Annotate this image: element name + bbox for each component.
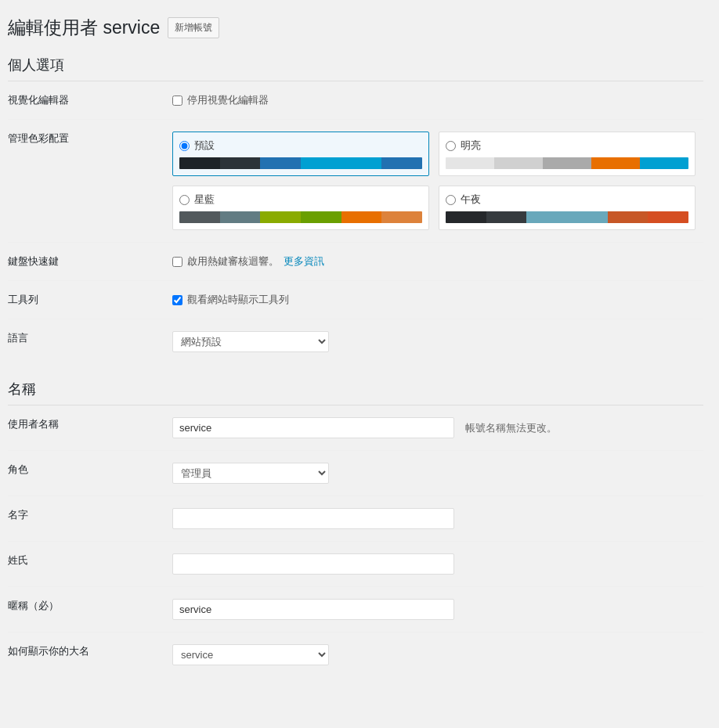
keyboard-shortcuts-link[interactable]: 更多資訊 — [284, 254, 324, 268]
language-field: 網站預設 — [164, 319, 703, 365]
page-title-bar: 編輯使用者 service 新增帳號 — [8, 16, 703, 40]
swatch — [591, 157, 640, 169]
scheme-default-radio[interactable] — [179, 141, 190, 151]
nickname-field — [164, 587, 703, 632]
scheme-light-radio[interactable] — [446, 141, 456, 151]
role-select[interactable]: 管理員 — [172, 463, 329, 484]
scheme-midnight-radio[interactable] — [446, 195, 456, 205]
visual-editor-checkbox-label[interactable]: 停用視覺化編輯器 — [172, 93, 696, 107]
username-label: 使用者名稱 — [8, 405, 164, 451]
scheme-ocean-label: 星藍 — [179, 193, 422, 207]
toolbar-field: 觀看網站時顯示工具列 — [164, 281, 703, 319]
add-account-button[interactable]: 新增帳號 — [168, 17, 219, 38]
swatch — [381, 211, 422, 223]
swatch — [260, 157, 301, 169]
scheme-light-name: 明亮 — [461, 139, 481, 153]
keyboard-shortcuts-checkbox[interactable] — [172, 257, 182, 267]
toolbar-checkbox-text: 觀看網站時顯示工具列 — [187, 293, 289, 307]
swatch — [486, 211, 527, 223]
nickname-row: 暱稱（必） — [8, 587, 703, 632]
toolbar-checkbox-label[interactable]: 觀看網站時顯示工具列 — [172, 293, 696, 307]
keyboard-shortcuts-row: 鍵盤快速鍵 啟用熱鍵審核迴響。 更多資訊 — [8, 243, 703, 281]
scheme-default-colors — [179, 157, 422, 169]
language-select[interactable]: 網站預設 — [172, 331, 329, 352]
name-table: 使用者名稱 帳號名稱無法更改。 角色 管理員 名字 姓氏 — [8, 405, 703, 677]
role-row: 角色 管理員 — [8, 451, 703, 496]
scheme-midnight-colors — [446, 211, 688, 223]
username-field: 帳號名稱無法更改。 — [164, 405, 703, 451]
scheme-default-label: 預設 — [179, 139, 422, 153]
toolbar-label: 工具列 — [8, 281, 164, 319]
scheme-ocean-name: 星藍 — [194, 193, 215, 207]
swatch — [648, 211, 688, 223]
last-name-label: 姓氏 — [8, 542, 164, 587]
scheme-midnight-name: 午夜 — [461, 193, 481, 207]
visual-editor-label: 視覺化編輯器 — [8, 81, 164, 120]
first-name-row: 名字 — [8, 496, 703, 542]
last-name-row: 姓氏 — [8, 542, 703, 587]
swatch — [543, 157, 591, 169]
page-title: 編輯使用者 service — [8, 16, 160, 40]
nickname-input[interactable] — [172, 599, 454, 620]
color-schemes-container: 預設 — [172, 132, 696, 230]
toolbar-row: 工具列 觀看網站時顯示工具列 — [8, 281, 703, 319]
username-input — [172, 417, 454, 438]
color-scheme-default[interactable]: 預設 — [172, 132, 429, 176]
swatch — [494, 157, 543, 169]
display-name-label: 如何顯示你的大名 — [8, 632, 164, 678]
name-section-heading: 名稱 — [8, 380, 703, 405]
swatch — [301, 211, 341, 223]
swatch — [301, 157, 341, 169]
color-scheme-row: 管理色彩配置 預設 — [8, 120, 703, 243]
keyboard-shortcuts-text: 啟用熱鍵審核迴響。 — [187, 254, 279, 268]
color-scheme-ocean[interactable]: 星藍 — [172, 186, 429, 230]
keyboard-shortcuts-field: 啟用熱鍵審核迴響。 更多資訊 — [164, 243, 703, 281]
language-row: 語言 網站預設 — [8, 319, 703, 365]
language-label: 語言 — [8, 319, 164, 365]
swatch — [381, 157, 422, 169]
personal-options-heading: 個人選項 — [8, 56, 703, 81]
swatch — [567, 211, 608, 223]
last-name-field — [164, 542, 703, 587]
swatch — [220, 211, 261, 223]
scheme-ocean-radio[interactable] — [179, 195, 190, 205]
swatch — [446, 157, 494, 169]
visual-editor-checkbox-text: 停用視覺化編輯器 — [187, 93, 269, 107]
swatch — [220, 157, 261, 169]
scheme-light-colors — [446, 157, 688, 169]
visual-editor-checkbox[interactable] — [172, 96, 182, 106]
swatch — [179, 211, 220, 223]
scheme-ocean-colors — [179, 211, 422, 223]
swatch — [608, 211, 649, 223]
role-field: 管理員 — [164, 451, 703, 496]
keyboard-shortcuts-label: 鍵盤快速鍵 — [8, 243, 164, 281]
display-name-select[interactable]: service — [172, 644, 329, 665]
keyboard-shortcuts-checkbox-label[interactable]: 啟用熱鍵審核迴響。 更多資訊 — [172, 254, 696, 268]
toolbar-checkbox[interactable] — [172, 295, 182, 305]
swatch — [526, 211, 567, 223]
first-name-input[interactable] — [172, 508, 454, 529]
display-name-field: service — [164, 632, 703, 678]
nickname-label: 暱稱（必） — [8, 587, 164, 632]
swatch — [260, 211, 301, 223]
scheme-default-name: 預設 — [194, 139, 215, 153]
username-row: 使用者名稱 帳號名稱無法更改。 — [8, 405, 703, 451]
swatch — [179, 157, 220, 169]
color-scheme-midnight[interactable]: 午夜 — [439, 186, 696, 230]
first-name-field — [164, 496, 703, 542]
scheme-midnight-label: 午夜 — [446, 193, 688, 207]
visual-editor-row: 視覺化編輯器 停用視覺化編輯器 — [8, 81, 703, 120]
personal-options-table: 視覺化編輯器 停用視覺化編輯器 管理色彩配置 預設 — [8, 81, 703, 364]
color-scheme-field: 預設 — [164, 120, 703, 243]
last-name-input[interactable] — [172, 553, 454, 575]
color-scheme-light[interactable]: 明亮 — [439, 132, 696, 176]
display-name-row: 如何顯示你的大名 service — [8, 632, 703, 678]
username-note: 帳號名稱無法更改。 — [465, 422, 557, 434]
page-wrapper: 編輯使用者 service 新增帳號 個人選項 視覺化編輯器 停用視覺化編輯器 … — [0, 0, 719, 728]
scheme-light-label: 明亮 — [446, 139, 688, 153]
swatch — [640, 157, 688, 169]
visual-editor-field: 停用視覺化編輯器 — [164, 81, 703, 120]
swatch — [341, 211, 382, 223]
swatch — [341, 157, 382, 169]
role-label: 角色 — [8, 451, 164, 496]
